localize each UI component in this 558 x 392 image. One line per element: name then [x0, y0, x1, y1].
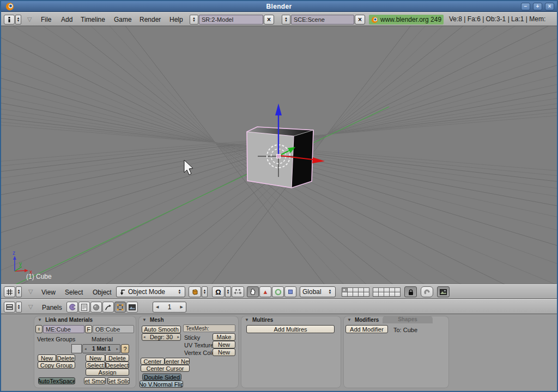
manipulator-translate-button[interactable]: ▲	[259, 286, 271, 297]
double-sided-toggle[interactable]: Double Sided	[142, 373, 181, 381]
maximize-button[interactable]: +	[533, 3, 542, 10]
menu-game[interactable]: Game	[114, 15, 132, 24]
script-context-button[interactable]	[78, 302, 90, 313]
layer-buttons-group-1[interactable]	[342, 287, 369, 296]
center-cursor-button[interactable]: Center Cursor	[141, 365, 190, 372]
panel-collapse-icon[interactable]: ▼	[142, 317, 147, 322]
editor-type-button[interactable]	[4, 302, 15, 313]
panel-collapse-icon[interactable]: ▼	[245, 317, 249, 322]
material-index-spinner[interactable]: ◂ 1 Mat 1 ▸	[82, 344, 120, 353]
window-type-button[interactable]	[4, 15, 15, 24]
pivot-spinner[interactable]: ▲▼	[225, 286, 231, 297]
shading-context-button[interactable]	[90, 302, 102, 313]
frame-prev-icon[interactable]: ◀	[156, 305, 159, 309]
draw-type-spinner[interactable]: ▲▼	[202, 286, 208, 297]
layer-cell[interactable]	[342, 287, 348, 292]
editing-context-button[interactable]	[114, 302, 126, 313]
menu-timeline[interactable]: Timeline	[81, 15, 105, 24]
menu-file[interactable]: File	[41, 15, 51, 24]
menu-select[interactable]: Select	[65, 287, 83, 297]
manipulator-rotate-button[interactable]	[272, 286, 284, 297]
set-solid-button[interactable]: Set Solid	[107, 377, 130, 384]
draw-type-button[interactable]	[189, 286, 201, 297]
deselect-button[interactable]: Deselect	[105, 362, 129, 369]
frame-next-icon[interactable]: ▶	[180, 305, 183, 309]
editor-type-spinner[interactable]: ▲▼	[16, 286, 22, 297]
version-badge[interactable]: www.blender.org 249	[369, 15, 444, 24]
panel-header[interactable]: ▼ Link and Materials	[34, 316, 136, 323]
sticky-make-button[interactable]: Make	[213, 333, 235, 341]
material-color-swatch[interactable]	[71, 344, 82, 353]
vgroup-delete-button[interactable]: Delete	[56, 354, 75, 362]
layer-cell[interactable]	[395, 292, 401, 297]
menu-object[interactable]: Object	[93, 287, 112, 297]
object-context-button[interactable]	[102, 302, 114, 313]
logic-context-button[interactable]	[66, 302, 78, 313]
texmesh-field[interactable]: TexMesh:	[183, 324, 235, 332]
add-multires-button[interactable]: Add Multires	[246, 325, 335, 333]
pivot-button[interactable]: Ω	[212, 286, 225, 297]
center-new-button[interactable]: Center New	[165, 358, 190, 365]
window-type-spinner[interactable]: ▲▼	[15, 15, 21, 24]
add-modifier-button[interactable]: Add Modifier	[345, 325, 388, 333]
screen-selector[interactable]: SR:2-Model	[199, 15, 263, 24]
scene-selector[interactable]: SCE:Scene	[291, 15, 354, 24]
manipulator-scale-button[interactable]	[284, 286, 296, 297]
mode-selector[interactable]: Object Mode ▲▼	[116, 286, 185, 297]
layer-buttons-group-2[interactable]	[373, 287, 401, 296]
mesh-name-field[interactable]: ME:Cube	[43, 325, 84, 333]
manipulator-toggle-button[interactable]	[247, 286, 259, 297]
menu-panels[interactable]: Panels	[42, 303, 62, 313]
mat-prev-icon[interactable]: ◂	[84, 347, 87, 351]
panel-header[interactable]: ▼ Mesh	[138, 316, 239, 323]
degr-spinner[interactable]: ◂ Degr: 30 ▸	[142, 333, 181, 341]
no-vnormal-flip-toggle[interactable]: No V.Normal Flip	[140, 381, 183, 388]
collapse-triangle-icon[interactable]: ▽	[27, 16, 32, 23]
lock-layers-button[interactable]	[404, 286, 417, 297]
center-button[interactable]: Center	[141, 358, 165, 365]
tab-modifiers[interactable]: ▼ Modifiers	[343, 316, 383, 323]
mat-next-icon[interactable]: ▸	[116, 347, 118, 351]
menu-help[interactable]: Help	[169, 15, 183, 24]
menu-render[interactable]: Render	[140, 15, 161, 24]
tab-shapes[interactable]: Shapes	[383, 316, 433, 323]
object-name-field[interactable]: OB:Cube	[93, 325, 134, 333]
set-smooth-button[interactable]: Set Smoot	[84, 377, 106, 384]
material-delete-button[interactable]: Delete	[105, 354, 129, 362]
screen-clear-button[interactable]: ×	[264, 15, 274, 24]
panel-collapse-icon[interactable]: ▼	[38, 317, 42, 322]
vgroup-new-button[interactable]: New	[38, 354, 56, 362]
material-help-button[interactable]: ?	[121, 344, 129, 353]
panel-header[interactable]: ▼ Multires	[241, 316, 341, 323]
editor-type-button[interactable]	[4, 286, 15, 297]
editor-type-spinner[interactable]: ▲▼	[16, 302, 22, 313]
frame-number-field[interactable]: ◀ 1 ▶	[153, 302, 186, 313]
snap-button[interactable]	[421, 286, 433, 297]
collapse-triangle-icon[interactable]: ▽	[28, 303, 33, 310]
screen-browse-spinner[interactable]: ▲▼	[190, 15, 198, 24]
scene-context-button[interactable]	[126, 302, 138, 313]
scene-browse-spinner[interactable]: ▲▼	[282, 15, 290, 24]
fake-user-button[interactable]: F	[85, 325, 92, 333]
orientation-selector[interactable]: Global ▲▼	[300, 286, 336, 297]
select-button[interactable]: Select	[86, 362, 105, 369]
proportional-edit-button[interactable]	[232, 286, 244, 297]
collapse-triangle-icon[interactable]: ▽	[28, 288, 33, 295]
menu-add[interactable]: Add	[61, 15, 72, 24]
mesh-browse-button[interactable]: ⇕	[35, 325, 43, 333]
autotexspace-toggle[interactable]: AutoTexSpace	[38, 377, 75, 384]
degr-next-icon[interactable]: ▸	[177, 335, 179, 339]
uv-texture-new-button[interactable]: New	[213, 341, 235, 348]
close-button[interactable]: ×	[545, 3, 554, 10]
degr-prev-icon[interactable]: ◂	[143, 335, 145, 339]
render-preview-button[interactable]	[437, 286, 450, 297]
vertex-color-new-button[interactable]: New	[213, 348, 235, 356]
panel-collapse-icon[interactable]: ▼	[347, 317, 351, 322]
scene-clear-button[interactable]: ×	[355, 15, 365, 24]
assign-button[interactable]: Assign	[86, 369, 129, 376]
minimize-button[interactable]: −	[521, 3, 530, 10]
layer-cell[interactable]	[363, 292, 369, 297]
copy-group-button[interactable]: Copy Group	[38, 362, 75, 369]
viewport-3d[interactable]: z x y (1) Cube	[1, 26, 557, 284]
menu-view[interactable]: View	[41, 287, 56, 297]
